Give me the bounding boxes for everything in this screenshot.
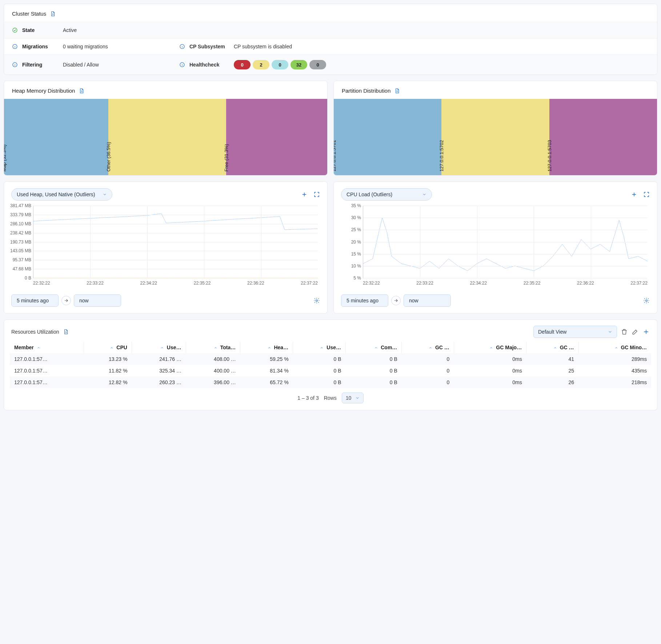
y-tick-label: 15 % bbox=[351, 251, 363, 257]
status-row-filtering: Filtering Disabled / Allow Healthcheck 0… bbox=[4, 55, 657, 75]
table-header[interactable]: GC Majo… bbox=[454, 342, 526, 353]
table-header[interactable]: CPU bbox=[84, 342, 132, 353]
y-tick-label: 238.42 MB bbox=[10, 230, 33, 236]
table-cell: 408.00 … bbox=[186, 353, 240, 365]
pager-range: 1 – 3 of 3 bbox=[297, 395, 319, 401]
table-cell: 396.00 … bbox=[186, 377, 240, 388]
healthcheck-badge: 2 bbox=[253, 60, 269, 69]
heap-distribution-card: Heap Memory Distribution Map (32.3%)Othe… bbox=[4, 81, 328, 176]
table-cell: 127.0.0.1:57… bbox=[10, 377, 84, 388]
doc-icon[interactable] bbox=[50, 11, 56, 17]
rows-per-page-select[interactable]: 10 bbox=[342, 393, 364, 403]
table-header[interactable]: Tota… bbox=[186, 342, 240, 353]
distribution-segment-label: 127.0.0.1:5703 bbox=[547, 140, 552, 172]
healthcheck-label: Healthcheck bbox=[189, 62, 219, 68]
heap-chart-card: Used Heap, Used Native (Outliers) 0 B47.… bbox=[4, 181, 328, 314]
distribution-segment: Other (36.5%) bbox=[108, 99, 226, 175]
time-from-input[interactable]: 5 minutes ago bbox=[11, 294, 59, 307]
plus-icon[interactable] bbox=[301, 191, 308, 198]
gear-icon[interactable] bbox=[313, 297, 320, 304]
filtering-value: Disabled / Allow bbox=[63, 62, 179, 68]
time-from-input[interactable]: 5 minutes ago bbox=[341, 294, 388, 307]
table-header[interactable]: GC … bbox=[402, 342, 454, 353]
healthcheck-badges: 020320 bbox=[234, 60, 328, 69]
x-tick-label: 22:35:22 bbox=[194, 281, 211, 286]
plus-icon[interactable] bbox=[642, 328, 650, 335]
cluster-status-header: Cluster Status bbox=[4, 4, 657, 22]
heap-chart-x-ticks: 22:32:2222:33:2222:34:2222:35:2222:36:22… bbox=[33, 281, 318, 286]
table-header[interactable]: Use… bbox=[293, 342, 346, 353]
table-cell: 400.00 … bbox=[186, 365, 240, 377]
table-cell: 0ms bbox=[454, 353, 526, 365]
table-cell: 13.23 % bbox=[84, 353, 132, 365]
check-circle-icon bbox=[12, 27, 18, 33]
healthcheck-badge: 32 bbox=[291, 60, 307, 69]
x-tick-label: 22:37:22 bbox=[630, 281, 648, 286]
distribution-segment: Free (31.3%) bbox=[226, 99, 327, 175]
table-row[interactable]: 127.0.0.1:57…11.82 %325.34 …400.00 …81.3… bbox=[10, 365, 651, 377]
y-tick-label: 35 % bbox=[351, 203, 363, 208]
heap-dist-title: Heap Memory Distribution bbox=[12, 88, 75, 94]
table-cell: 218ms bbox=[578, 377, 651, 388]
doc-icon[interactable] bbox=[394, 88, 400, 94]
table-header[interactable]: Use… bbox=[132, 342, 186, 353]
time-to-input[interactable]: now bbox=[74, 294, 121, 307]
distribution-segment-label: Other (36.5%) bbox=[106, 142, 111, 172]
heap-chart-plot: 0 B47.68 MB95.37 MB143.05 MB190.73 MB238… bbox=[33, 206, 318, 278]
time-to-input[interactable]: now bbox=[404, 294, 451, 307]
y-tick-label: 20 % bbox=[351, 240, 363, 245]
x-tick-label: 22:34:22 bbox=[470, 281, 487, 286]
table-header[interactable]: Hea… bbox=[240, 342, 293, 353]
table-cell: 0 B bbox=[293, 377, 346, 388]
table-cell: 25 bbox=[526, 365, 578, 377]
svg-point-5 bbox=[316, 300, 318, 302]
chevron-down-icon bbox=[608, 330, 612, 334]
doc-icon[interactable] bbox=[79, 88, 84, 94]
table-cell: 0 bbox=[402, 377, 454, 388]
table-cell: 12.82 % bbox=[84, 377, 132, 388]
partition-dist-title: Partition Distribution bbox=[342, 88, 390, 94]
partition-dist-bar: 127.0.0.1:5701127.0.0.1:5702127.0.0.1:57… bbox=[334, 99, 657, 175]
expand-icon[interactable] bbox=[313, 191, 320, 198]
y-tick-label: 333.79 MB bbox=[10, 212, 33, 217]
state-label: State bbox=[22, 27, 35, 33]
table-header[interactable]: Com… bbox=[346, 342, 402, 353]
distribution-segment-label: 127.0.0.1:5702 bbox=[439, 140, 444, 172]
table-cell: 241.76 … bbox=[132, 353, 186, 365]
table-cell: 0 B bbox=[346, 377, 402, 388]
resources-card: Resources Utilization Default View Membe… bbox=[4, 319, 657, 410]
table-row[interactable]: 127.0.0.1:57…13.23 %241.76 …408.00 …59.2… bbox=[10, 353, 651, 365]
doc-icon[interactable] bbox=[63, 329, 69, 335]
cpu-chart-selector-label: CPU Load (Outliers) bbox=[346, 192, 392, 197]
info-icon bbox=[179, 62, 185, 68]
chevron-down-icon bbox=[422, 192, 426, 197]
table-header[interactable]: GC Mino… bbox=[578, 342, 651, 353]
trash-icon[interactable] bbox=[621, 328, 628, 335]
view-select[interactable]: Default View bbox=[533, 326, 617, 338]
distribution-segment: 127.0.0.1:5701 bbox=[334, 99, 441, 175]
cpu-chart-selector[interactable]: CPU Load (Outliers) bbox=[341, 188, 432, 201]
x-tick-label: 22:36:22 bbox=[577, 281, 594, 286]
x-tick-label: 22:37:22 bbox=[301, 281, 318, 286]
migrations-label: Migrations bbox=[22, 44, 48, 49]
heap-chart-selector[interactable]: Used Heap, Used Native (Outliers) bbox=[11, 188, 112, 201]
resources-title: Resources Utilization bbox=[11, 329, 59, 335]
distribution-segment-label: Map (32.3%) bbox=[4, 145, 7, 172]
table-cell: 0 bbox=[402, 365, 454, 377]
healthcheck-badge: 0 bbox=[272, 60, 288, 69]
table-cell: 81.34 % bbox=[240, 365, 293, 377]
chevron-down-icon bbox=[103, 192, 107, 197]
edit-icon[interactable] bbox=[632, 328, 639, 335]
table-row[interactable]: 127.0.0.1:57…12.82 %260.23 …396.00 …65.7… bbox=[10, 377, 651, 388]
plus-icon[interactable] bbox=[631, 191, 637, 198]
resources-table: Member CPU Use… Tota… Hea… Use… Com… GC … bbox=[10, 342, 651, 388]
table-header[interactable]: Member bbox=[10, 342, 84, 353]
gear-icon[interactable] bbox=[643, 297, 650, 304]
table-header[interactable]: GC … bbox=[526, 342, 578, 353]
expand-icon[interactable] bbox=[643, 191, 650, 198]
table-cell: 0 bbox=[402, 353, 454, 365]
cluster-status-card: Cluster Status State Active Migrations 0… bbox=[4, 4, 657, 75]
cpu-chart-card: CPU Load (Outliers) 5 %10 %15 %20 %25 %3… bbox=[333, 181, 657, 314]
x-tick-label: 22:33:22 bbox=[87, 281, 104, 286]
table-cell: 0ms bbox=[454, 377, 526, 388]
